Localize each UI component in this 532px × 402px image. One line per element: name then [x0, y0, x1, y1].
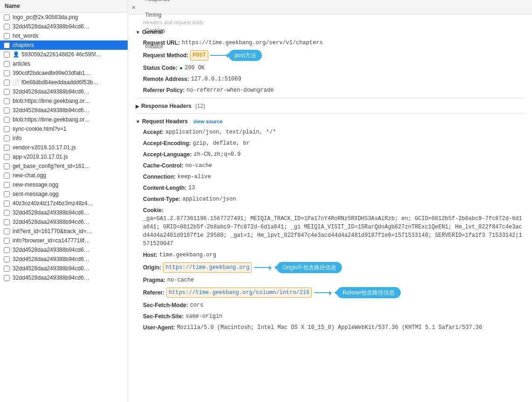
file-item[interactable]: 390cdf2bdcaedfe99e03dfab1…: [0, 68, 128, 78]
file-item[interactable]: 32dd4528daa249388b94cd6…: [0, 273, 128, 282]
file-checkbox[interactable]: [4, 70, 10, 76]
file-list-header: Name: [0, 0, 128, 13]
referer-value: https://time.geekbang.org/column/intro/2…: [166, 288, 312, 298]
file-checkbox[interactable]: [4, 182, 10, 188]
file-item[interactable]: 📄f0e68dbd84eeddaaddd6f53b…: [0, 78, 128, 87]
file-item[interactable]: articles: [0, 59, 128, 68]
file-item[interactable]: logo_pc@2x.90583da.png: [0, 13, 128, 22]
file-name: articles: [13, 60, 30, 67]
file-checkbox[interactable]: [4, 238, 10, 244]
file-checkbox[interactable]: [4, 173, 10, 179]
file-name: init?ent_id=161770&track_id=…: [13, 228, 92, 234]
file-checkbox[interactable]: [4, 80, 10, 86]
file-checkbox[interactable]: [4, 201, 10, 207]
request-method-value: POST: [190, 50, 208, 60]
file-item[interactable]: 32dd4528daa249388b94cd6…: [0, 255, 128, 264]
tab-response[interactable]: Response: [139, 0, 176, 7]
file-checkbox[interactable]: [4, 42, 10, 48]
header-value: same-origin: [185, 312, 222, 321]
file-checkbox[interactable]: [4, 107, 10, 114]
file-item[interactable]: new-chat.ogg: [0, 171, 128, 180]
file-name: 5930592a226148826 46c595f…: [21, 51, 102, 58]
header-value: cors: [190, 301, 204, 309]
file-checkbox[interactable]: [4, 98, 10, 104]
header-key: Content-Type:: [143, 195, 180, 203]
response-headers-count: (12): [195, 103, 205, 109]
file-list: logo_pc@2x.90583da.png32dd4528daa249388b…: [0, 13, 128, 282]
file-item[interactable]: chapters: [0, 40, 128, 50]
view-source-link[interactable]: view source: [193, 119, 223, 124]
header-key: User-Agent:: [143, 323, 175, 332]
tabs-bar: × HeadersPreviewResponseTimingCookiesIni…: [128, 0, 532, 15]
file-checkbox[interactable]: [4, 145, 10, 151]
file-checkbox[interactable]: [4, 275, 10, 281]
response-headers-section-header[interactable]: ▶ Response Headers (12): [136, 100, 525, 111]
file-item[interactable]: get_base_config?ent_id=161…: [0, 161, 128, 171]
file-item[interactable]: 32dd4528daa249388b94cd6…: [0, 106, 128, 115]
header-row: Cache-Control:no-cache: [136, 160, 525, 171]
triangle-icon: ▼: [136, 30, 140, 35]
file-item[interactable]: new-message.ogg: [0, 180, 128, 189]
file-checkbox[interactable]: [4, 24, 10, 30]
file-name: vendor-v2019.10.17.01.js: [13, 144, 75, 151]
file-item[interactable]: 32dd4528daa249388b94cd6…: [0, 208, 128, 217]
file-name: new-chat.ogg: [13, 172, 46, 179]
file-checkbox[interactable]: [4, 61, 10, 67]
file-item[interactable]: 32dd4528daa249388b94cd6…: [0, 22, 128, 31]
file-checkbox[interactable]: [4, 256, 10, 262]
file-item[interactable]: hot_words: [0, 31, 128, 40]
file-item[interactable]: sent-message.ogg: [0, 189, 128, 199]
file-checkbox[interactable]: [4, 89, 10, 95]
general-section-header[interactable]: ▼ General: [136, 26, 525, 37]
file-checkbox[interactable]: [4, 117, 10, 123]
remote-address-value: 127.0.0.1:51069: [191, 75, 241, 83]
triangle-collapsed-icon: ▶: [136, 104, 139, 109]
doc-icon: 📄: [13, 79, 20, 86]
file-item[interactable]: init?ent_id=161770&track_id=…: [0, 227, 128, 236]
header-row: Sec-Fetch-Mode:cors: [136, 300, 525, 311]
file-item[interactable]: blob:https://time.geekbang.or…: [0, 96, 128, 106]
cookie-label: Cookie:: [143, 206, 164, 214]
file-item[interactable]: 32dd4528daa249388b94cd6…: [0, 245, 128, 255]
subtitle: Headers and request body: [136, 19, 525, 26]
file-checkbox[interactable]: [4, 135, 10, 141]
status-dot: ●: [179, 64, 183, 72]
file-item[interactable]: app-v2019.10.17.01.js: [0, 152, 128, 161]
file-item[interactable]: 👤5930592a226148826 46c595f…: [0, 50, 128, 59]
cookie-value: _ga=GA1.2.877361196.1567727491; MEIQIA_T…: [143, 214, 525, 248]
file-checkbox[interactable]: [4, 52, 10, 58]
file-checkbox[interactable]: [4, 14, 10, 20]
file-name: 40z3oz40z4lz17z4bz3mz48z4…: [13, 200, 93, 207]
file-item[interactable]: 32dd4528daa249388b94cd6…: [0, 264, 128, 273]
file-checkbox[interactable]: [4, 266, 10, 272]
file-checkbox[interactable]: [4, 210, 10, 216]
file-checkbox[interactable]: [4, 228, 10, 234]
file-item[interactable]: 32dd4528daa249388b94cd6…: [0, 217, 128, 227]
file-checkbox[interactable]: [4, 163, 10, 169]
referrer-policy-value: no-referrer-when-downgrade: [186, 86, 273, 94]
tab-close-button[interactable]: ×: [128, 0, 139, 15]
file-checkbox[interactable]: [4, 126, 10, 132]
file-item[interactable]: 32dd4528daa249388b94cd6…: [0, 87, 128, 96]
request-headers-section-header[interactable]: ▼ Request Headers view source: [136, 115, 525, 127]
file-checkbox[interactable]: [4, 191, 10, 197]
header-value: 13: [188, 184, 195, 192]
file-item[interactable]: vendor-v2019.10.17.01.js: [0, 143, 128, 152]
header-key: Sec-Fetch-Mode:: [143, 301, 188, 309]
file-item[interactable]: info?browser_id=ca1477718f…: [0, 236, 128, 245]
request-headers-title: Request Headers: [142, 118, 188, 125]
header-row: Content-Type:application/json: [136, 194, 525, 205]
file-item[interactable]: 40z3oz40z4lz17z4bz3mz48z4…: [0, 199, 128, 208]
file-checkbox[interactable]: [4, 219, 10, 225]
file-item[interactable]: info: [0, 134, 128, 143]
header-value: keep-alive: [177, 173, 211, 181]
file-checkbox[interactable]: [4, 154, 10, 160]
file-name: info?browser_id=ca1477718f…: [13, 237, 90, 244]
header-key: Sec-Fetch-Site:: [143, 312, 184, 321]
file-item[interactable]: sync-cookie.html?v=1: [0, 124, 128, 134]
file-checkbox[interactable]: [4, 33, 10, 39]
file-name: f0e68dbd84eeddaaddd6f53b…: [21, 79, 99, 86]
file-item[interactable]: blob:https://time.geekbang.or…: [0, 115, 128, 124]
status-code-label: Status Code:: [143, 64, 177, 72]
file-checkbox[interactable]: [4, 247, 10, 253]
